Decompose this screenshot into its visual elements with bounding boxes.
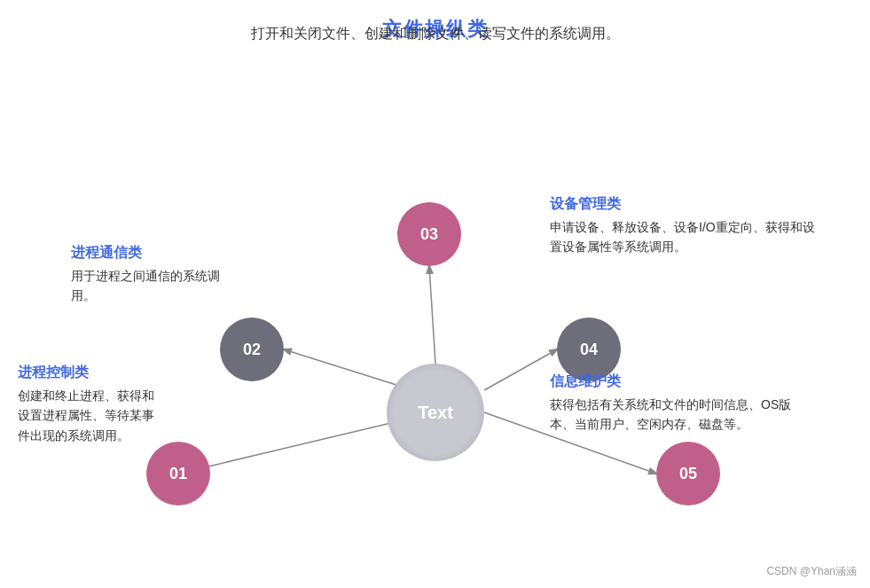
label-01-title: 进程控制类 <box>18 364 155 382</box>
connection-lines <box>0 71 870 585</box>
center-node: Text <box>387 364 484 461</box>
label-01-desc: 创建和终止进程、获得和设置进程属性、等待某事件出现的系统调用。 <box>18 386 155 445</box>
label-05-desc: 获得包括有关系统和文件的时间信息、OS版本、当前用户、空闲内存、磁盘等。 <box>550 395 816 435</box>
label-02: 进程通信类 用于进程之间通信的系统调用。 <box>71 244 222 306</box>
node-03: 03 <box>397 202 461 266</box>
diagram-area: Text 01 02 03 04 05 进程控制类 创建和终止进程、获得和设置进… <box>0 71 870 585</box>
svg-line-1 <box>284 349 413 390</box>
label-02-title: 进程通信类 <box>71 244 222 263</box>
label-05-title: 信息维护类 <box>550 372 816 391</box>
label-02-desc: 用于进程之间通信的系统调用。 <box>71 266 222 306</box>
label-04-title: 设备管理类 <box>550 195 816 214</box>
center-node-label: Text <box>418 403 453 423</box>
label-05: 信息维护类 获得包括有关系统和文件的时间信息、OS版本、当前用户、空闲内存、磁盘… <box>550 372 816 435</box>
node-01: 01 <box>146 442 210 506</box>
label-04: 设备管理类 申请设备、释放设备、设备I/O重定向、获得和设置设备属性等系统调用。 <box>550 195 816 257</box>
node-05: 05 <box>656 442 720 506</box>
label-01: 进程控制类 创建和终止进程、获得和设置进程属性、等待某事件出现的系统调用。 <box>18 364 155 445</box>
subtitle: 打开和关闭文件、创建和删除文件、读写文件的系统调用。 <box>0 25 870 43</box>
label-04-desc: 申请设备、释放设备、设备I/O重定向、获得和设置设备属性等系统调用。 <box>550 217 816 257</box>
node-02: 02 <box>220 318 284 381</box>
svg-line-3 <box>484 349 557 390</box>
svg-line-2 <box>429 266 435 364</box>
